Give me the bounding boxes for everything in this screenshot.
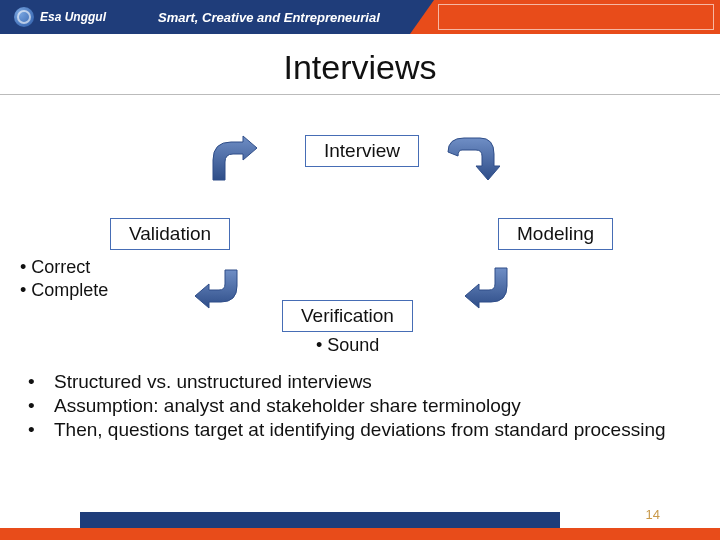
footer-blue-bar bbox=[80, 512, 560, 528]
header-accent-frame bbox=[438, 4, 714, 30]
page-number: 14 bbox=[646, 507, 660, 522]
bullet-text: Assumption: analyst and stakeholder shar… bbox=[54, 394, 692, 418]
validation-sub-complete-label: Complete bbox=[31, 280, 108, 300]
verification-sub-sound-label: Sound bbox=[327, 335, 379, 355]
node-verification: Verification bbox=[282, 300, 413, 332]
header-bar: Esa Unggul Smart, Creative and Entrepren… bbox=[0, 0, 720, 34]
list-item: •Assumption: analyst and stakeholder sha… bbox=[28, 394, 692, 418]
tagline: Smart, Creative and Entrepreneurial bbox=[120, 10, 380, 25]
globe-icon bbox=[14, 7, 34, 27]
brand-logo: Esa Unggul bbox=[0, 7, 106, 27]
node-validation: Validation bbox=[110, 218, 230, 250]
bullet-text: Then, questions target at identifying de… bbox=[54, 418, 692, 442]
node-interview: Interview bbox=[305, 135, 419, 167]
node-modeling: Modeling bbox=[498, 218, 613, 250]
header-accent bbox=[410, 0, 720, 34]
validation-sub-correct: • Correct bbox=[20, 257, 90, 278]
verification-sub-sound: • Sound bbox=[316, 335, 379, 356]
cycle-diagram: Interview Modeling Verification Validati… bbox=[60, 110, 680, 350]
bullet-list: •Structured vs. unstructured interviews … bbox=[28, 370, 692, 441]
title-underline bbox=[0, 94, 720, 95]
bullet-text: Structured vs. unstructured interviews bbox=[54, 370, 692, 394]
arrow-verification-to-validation bbox=[185, 260, 245, 320]
validation-sub-correct-label: Correct bbox=[31, 257, 90, 277]
list-item: •Then, questions target at identifying d… bbox=[28, 418, 692, 442]
tagline-wrap: Smart, Creative and Entrepreneurial bbox=[120, 0, 380, 34]
list-item: •Structured vs. unstructured interviews bbox=[28, 370, 692, 394]
arrow-validation-to-interview bbox=[205, 130, 265, 190]
footer: 14 bbox=[0, 506, 720, 540]
brand-name: Esa Unggul bbox=[40, 10, 106, 24]
footer-orange-bar bbox=[0, 528, 720, 540]
arrow-modeling-to-verification bbox=[455, 260, 515, 320]
page-title: Interviews bbox=[0, 48, 720, 87]
arrow-interview-to-modeling bbox=[440, 130, 500, 190]
validation-sub-complete: • Complete bbox=[20, 280, 108, 301]
